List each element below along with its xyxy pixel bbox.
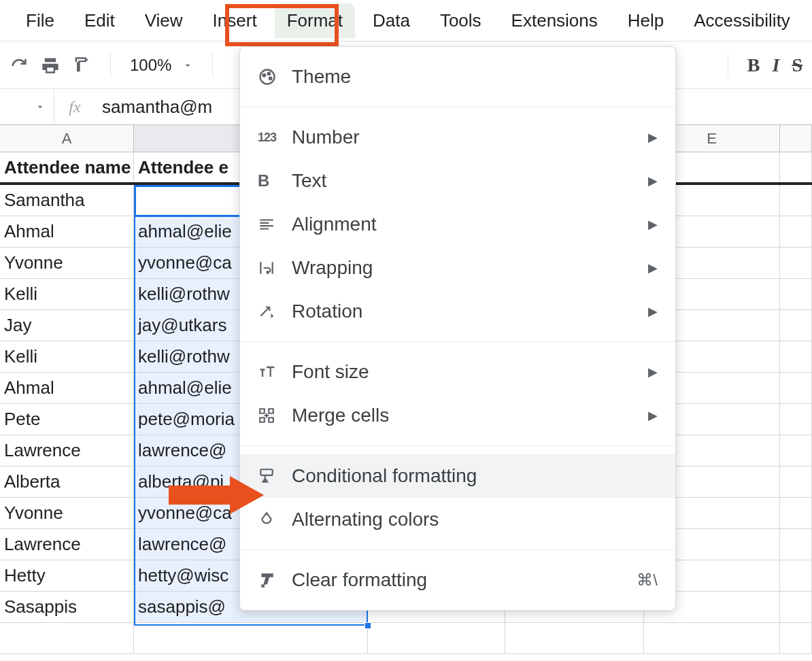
menu-item-rotation[interactable]: Rotation ▶ <box>240 290 675 333</box>
column-header-a[interactable]: A <box>0 125 134 152</box>
chevron-down-icon <box>182 60 193 71</box>
menu-item-label: Conditional formatting <box>292 465 658 487</box>
menu-item-label: Alignment <box>292 214 648 235</box>
menu-edit[interactable]: Edit <box>72 3 127 38</box>
cell-name[interactable]: Alberta <box>0 467 134 497</box>
menu-separator <box>240 107 675 107</box>
menu-item-alternating-colors[interactable]: Alternating colors <box>240 498 675 541</box>
menu-item-theme[interactable]: Theme <box>240 55 675 99</box>
menu-item-label: Font size <box>292 361 648 383</box>
svg-point-2 <box>268 73 271 75</box>
wrapping-icon <box>258 259 292 277</box>
menu-item-alignment[interactable]: Alignment ▶ <box>240 203 675 246</box>
menu-help[interactable]: Help <box>615 3 676 38</box>
menu-extensions[interactable]: Extensions <box>499 3 610 38</box>
menu-item-font-size[interactable]: Font size ▶ <box>240 350 675 394</box>
format-dropdown-menu: Theme 123 Number ▶ B Text ▶ Alignment ▶ … <box>239 46 676 611</box>
menu-insert[interactable]: Insert <box>201 3 269 38</box>
redo-icon[interactable] <box>10 56 29 75</box>
cell-name[interactable]: Sasappis <box>0 592 134 622</box>
cell-name[interactable]: Yvonne <box>0 248 134 278</box>
theme-icon <box>258 67 292 86</box>
number-icon: 123 <box>258 131 292 145</box>
bold-icon: B <box>258 171 292 190</box>
font-size-icon <box>258 362 292 382</box>
zoom-value: 100% <box>130 56 171 75</box>
menu-item-wrapping[interactable]: Wrapping ▶ <box>240 246 675 290</box>
submenu-arrow-icon: ▶ <box>648 365 658 379</box>
menu-item-label: Merge cells <box>292 405 648 426</box>
cell-name[interactable]: Samantha <box>0 185 134 216</box>
menu-format[interactable]: Format <box>275 3 355 38</box>
menu-item-label: Theme <box>292 66 658 88</box>
fx-label: fx <box>54 98 95 116</box>
toolbar-divider <box>212 53 213 78</box>
menu-separator <box>240 549 675 550</box>
cell-name[interactable]: Yvonne <box>0 498 134 528</box>
fill-handle[interactable] <box>365 622 371 629</box>
menu-item-number[interactable]: 123 Number ▶ <box>240 116 675 159</box>
submenu-arrow-icon: ▶ <box>648 408 658 423</box>
paint-format-icon[interactable] <box>72 56 91 75</box>
menubar: File Edit View Insert Format Data Tools … <box>0 0 812 41</box>
submenu-arrow-icon: ▶ <box>648 130 658 145</box>
toolbar-divider <box>728 53 728 78</box>
menu-item-shortcut: ⌘\ <box>637 571 658 590</box>
menu-item-label: Clear formatting <box>292 569 637 591</box>
strikethrough-icon[interactable]: S <box>792 54 802 76</box>
svg-point-3 <box>269 78 272 80</box>
menu-accessibility[interactable]: Accessibility <box>681 3 802 38</box>
conditional-formatting-icon <box>258 467 292 485</box>
column-header-f[interactable] <box>780 125 812 152</box>
cell-name[interactable]: Lawrence <box>0 435 134 466</box>
toolbar-divider <box>110 53 111 78</box>
menu-item-label: Wrapping <box>292 257 648 279</box>
submenu-arrow-icon: ▶ <box>648 173 658 188</box>
header-attendee-name[interactable]: Attendee name <box>0 152 134 182</box>
alignment-icon <box>258 216 292 233</box>
submenu-arrow-icon: ▶ <box>648 217 658 232</box>
cell-name[interactable]: Hetty <box>0 560 134 591</box>
menu-item-label: Rotation <box>292 301 648 322</box>
submenu-arrow-icon: ▶ <box>648 260 658 275</box>
cell-name[interactable]: Kelli <box>0 279 134 309</box>
zoom-dropdown[interactable]: 100% <box>130 56 193 75</box>
clear-formatting-icon <box>258 571 292 589</box>
menu-file[interactable]: File <box>14 3 67 38</box>
menu-separator <box>240 445 675 446</box>
cell-name[interactable]: Kelli <box>0 341 134 372</box>
menu-item-label: Alternating colors <box>292 509 658 530</box>
cell-name[interactable]: Lawrence <box>0 529 134 560</box>
cell-name[interactable]: Ahmal <box>0 216 134 247</box>
menu-tools[interactable]: Tools <box>428 3 494 38</box>
svg-point-0 <box>260 70 275 84</box>
italic-icon[interactable]: I <box>773 54 780 76</box>
menu-separator <box>240 341 675 342</box>
menu-item-conditional-formatting[interactable]: Conditional formatting <box>240 454 675 498</box>
menu-view[interactable]: View <box>133 3 195 38</box>
menu-item-clear-formatting[interactable]: Clear formatting ⌘\ <box>240 558 675 602</box>
menu-data[interactable]: Data <box>360 3 422 38</box>
table-row-empty <box>0 623 812 654</box>
menu-item-merge-cells[interactable]: Merge cells ▶ <box>240 394 675 437</box>
svg-rect-4 <box>260 469 272 475</box>
menu-item-text[interactable]: B Text ▶ <box>240 159 675 203</box>
chevron-down-icon <box>35 101 46 112</box>
bold-icon[interactable]: B <box>747 54 760 76</box>
alternating-colors-icon <box>258 511 292 528</box>
name-box[interactable] <box>0 89 54 124</box>
menu-item-label: Number <box>292 126 648 148</box>
cell-name[interactable]: Jay <box>0 310 134 341</box>
svg-point-1 <box>263 74 266 77</box>
cell-name[interactable]: Pete <box>0 404 134 435</box>
merge-cells-icon <box>258 407 292 424</box>
print-icon[interactable] <box>41 56 60 75</box>
rotation-icon <box>258 303 292 320</box>
submenu-arrow-icon: ▶ <box>648 304 658 319</box>
menu-item-label: Text <box>292 170 648 192</box>
cell-name[interactable]: Ahmal <box>0 373 134 403</box>
